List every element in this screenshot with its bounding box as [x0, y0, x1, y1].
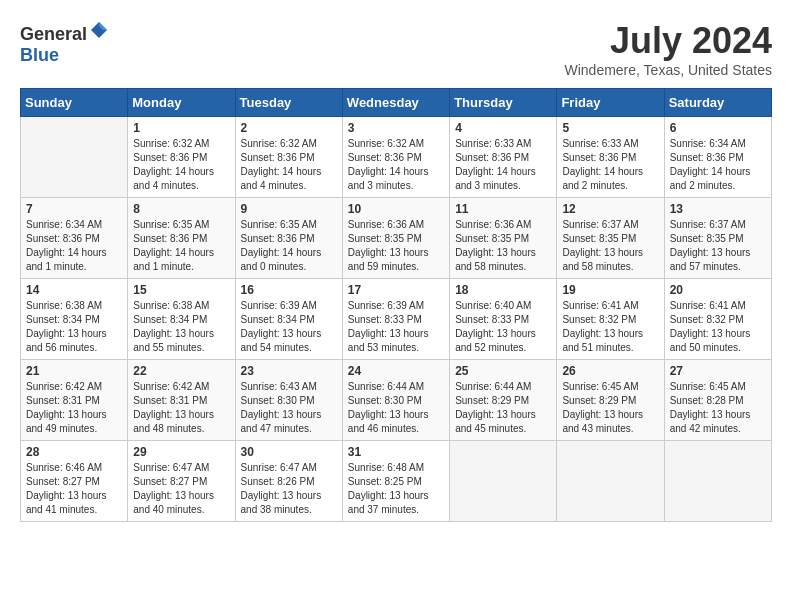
daylight-text: Daylight: 13 hours and 51 minutes. [562, 328, 643, 353]
day-number: 16 [241, 283, 337, 297]
day-number: 20 [670, 283, 766, 297]
sunrise-text: Sunrise: 6:47 AM [133, 462, 209, 473]
day-info: Sunrise: 6:33 AM Sunset: 8:36 PM Dayligh… [562, 137, 658, 193]
day-info: Sunrise: 6:45 AM Sunset: 8:28 PM Dayligh… [670, 380, 766, 436]
daylight-text: Daylight: 13 hours and 58 minutes. [562, 247, 643, 272]
month-year-title: July 2024 [564, 20, 772, 62]
table-row: 8 Sunrise: 6:35 AM Sunset: 8:36 PM Dayli… [128, 198, 235, 279]
day-number: 30 [241, 445, 337, 459]
sunset-text: Sunset: 8:34 PM [26, 314, 100, 325]
day-number: 5 [562, 121, 658, 135]
day-number: 31 [348, 445, 444, 459]
day-number: 24 [348, 364, 444, 378]
table-row: 28 Sunrise: 6:46 AM Sunset: 8:27 PM Dayl… [21, 441, 128, 522]
day-info: Sunrise: 6:45 AM Sunset: 8:29 PM Dayligh… [562, 380, 658, 436]
daylight-text: Daylight: 14 hours and 3 minutes. [348, 166, 429, 191]
sunrise-text: Sunrise: 6:48 AM [348, 462, 424, 473]
table-row: 3 Sunrise: 6:32 AM Sunset: 8:36 PM Dayli… [342, 117, 449, 198]
daylight-text: Daylight: 13 hours and 47 minutes. [241, 409, 322, 434]
daylight-text: Daylight: 13 hours and 59 minutes. [348, 247, 429, 272]
day-number: 21 [26, 364, 122, 378]
day-info: Sunrise: 6:36 AM Sunset: 8:35 PM Dayligh… [348, 218, 444, 274]
col-friday: Friday [557, 89, 664, 117]
sunset-text: Sunset: 8:36 PM [670, 152, 744, 163]
daylight-text: Daylight: 13 hours and 40 minutes. [133, 490, 214, 515]
daylight-text: Daylight: 14 hours and 4 minutes. [241, 166, 322, 191]
day-number: 28 [26, 445, 122, 459]
col-thursday: Thursday [450, 89, 557, 117]
logo-general: General [20, 24, 87, 44]
daylight-text: Daylight: 14 hours and 3 minutes. [455, 166, 536, 191]
sunrise-text: Sunrise: 6:32 AM [133, 138, 209, 149]
col-tuesday: Tuesday [235, 89, 342, 117]
sunset-text: Sunset: 8:36 PM [26, 233, 100, 244]
daylight-text: Daylight: 13 hours and 50 minutes. [670, 328, 751, 353]
sunrise-text: Sunrise: 6:39 AM [348, 300, 424, 311]
table-row: 26 Sunrise: 6:45 AM Sunset: 8:29 PM Dayl… [557, 360, 664, 441]
sunrise-text: Sunrise: 6:46 AM [26, 462, 102, 473]
day-number: 23 [241, 364, 337, 378]
daylight-text: Daylight: 13 hours and 49 minutes. [26, 409, 107, 434]
sunrise-text: Sunrise: 6:43 AM [241, 381, 317, 392]
day-number: 12 [562, 202, 658, 216]
sunrise-text: Sunrise: 6:36 AM [455, 219, 531, 230]
calendar-week-row: 1 Sunrise: 6:32 AM Sunset: 8:36 PM Dayli… [21, 117, 772, 198]
table-row: 31 Sunrise: 6:48 AM Sunset: 8:25 PM Dayl… [342, 441, 449, 522]
sunset-text: Sunset: 8:35 PM [348, 233, 422, 244]
daylight-text: Daylight: 13 hours and 46 minutes. [348, 409, 429, 434]
sunset-text: Sunset: 8:25 PM [348, 476, 422, 487]
daylight-text: Daylight: 14 hours and 1 minute. [133, 247, 214, 272]
day-info: Sunrise: 6:37 AM Sunset: 8:35 PM Dayligh… [670, 218, 766, 274]
sunrise-text: Sunrise: 6:42 AM [26, 381, 102, 392]
daylight-text: Daylight: 13 hours and 41 minutes. [26, 490, 107, 515]
daylight-text: Daylight: 13 hours and 57 minutes. [670, 247, 751, 272]
sunset-text: Sunset: 8:27 PM [133, 476, 207, 487]
sunrise-text: Sunrise: 6:45 AM [670, 381, 746, 392]
sunrise-text: Sunrise: 6:33 AM [562, 138, 638, 149]
table-row: 15 Sunrise: 6:38 AM Sunset: 8:34 PM Dayl… [128, 279, 235, 360]
title-block: July 2024 Windemere, Texas, United State… [564, 20, 772, 78]
day-info: Sunrise: 6:33 AM Sunset: 8:36 PM Dayligh… [455, 137, 551, 193]
day-info: Sunrise: 6:32 AM Sunset: 8:36 PM Dayligh… [348, 137, 444, 193]
calendar-week-row: 14 Sunrise: 6:38 AM Sunset: 8:34 PM Dayl… [21, 279, 772, 360]
table-row: 7 Sunrise: 6:34 AM Sunset: 8:36 PM Dayli… [21, 198, 128, 279]
sunset-text: Sunset: 8:32 PM [670, 314, 744, 325]
day-info: Sunrise: 6:43 AM Sunset: 8:30 PM Dayligh… [241, 380, 337, 436]
sunrise-text: Sunrise: 6:32 AM [241, 138, 317, 149]
table-row: 13 Sunrise: 6:37 AM Sunset: 8:35 PM Dayl… [664, 198, 771, 279]
sunrise-text: Sunrise: 6:32 AM [348, 138, 424, 149]
sunset-text: Sunset: 8:36 PM [562, 152, 636, 163]
table-row: 25 Sunrise: 6:44 AM Sunset: 8:29 PM Dayl… [450, 360, 557, 441]
sunset-text: Sunset: 8:31 PM [26, 395, 100, 406]
col-saturday: Saturday [664, 89, 771, 117]
day-info: Sunrise: 6:47 AM Sunset: 8:27 PM Dayligh… [133, 461, 229, 517]
day-number: 3 [348, 121, 444, 135]
day-info: Sunrise: 6:32 AM Sunset: 8:36 PM Dayligh… [241, 137, 337, 193]
table-row [450, 441, 557, 522]
table-row: 29 Sunrise: 6:47 AM Sunset: 8:27 PM Dayl… [128, 441, 235, 522]
sunrise-text: Sunrise: 6:38 AM [133, 300, 209, 311]
sunrise-text: Sunrise: 6:35 AM [133, 219, 209, 230]
table-row: 24 Sunrise: 6:44 AM Sunset: 8:30 PM Dayl… [342, 360, 449, 441]
daylight-text: Daylight: 13 hours and 42 minutes. [670, 409, 751, 434]
day-info: Sunrise: 6:37 AM Sunset: 8:35 PM Dayligh… [562, 218, 658, 274]
table-row: 2 Sunrise: 6:32 AM Sunset: 8:36 PM Dayli… [235, 117, 342, 198]
day-number: 27 [670, 364, 766, 378]
sunrise-text: Sunrise: 6:39 AM [241, 300, 317, 311]
sunset-text: Sunset: 8:36 PM [455, 152, 529, 163]
day-number: 2 [241, 121, 337, 135]
sunrise-text: Sunrise: 6:34 AM [670, 138, 746, 149]
sunset-text: Sunset: 8:30 PM [348, 395, 422, 406]
day-info: Sunrise: 6:39 AM Sunset: 8:34 PM Dayligh… [241, 299, 337, 355]
sunrise-text: Sunrise: 6:36 AM [348, 219, 424, 230]
table-row [557, 441, 664, 522]
day-number: 25 [455, 364, 551, 378]
daylight-text: Daylight: 14 hours and 2 minutes. [670, 166, 751, 191]
daylight-text: Daylight: 14 hours and 4 minutes. [133, 166, 214, 191]
table-row: 21 Sunrise: 6:42 AM Sunset: 8:31 PM Dayl… [21, 360, 128, 441]
day-info: Sunrise: 6:46 AM Sunset: 8:27 PM Dayligh… [26, 461, 122, 517]
day-info: Sunrise: 6:40 AM Sunset: 8:33 PM Dayligh… [455, 299, 551, 355]
day-number: 11 [455, 202, 551, 216]
day-number: 17 [348, 283, 444, 297]
sunrise-text: Sunrise: 6:44 AM [455, 381, 531, 392]
